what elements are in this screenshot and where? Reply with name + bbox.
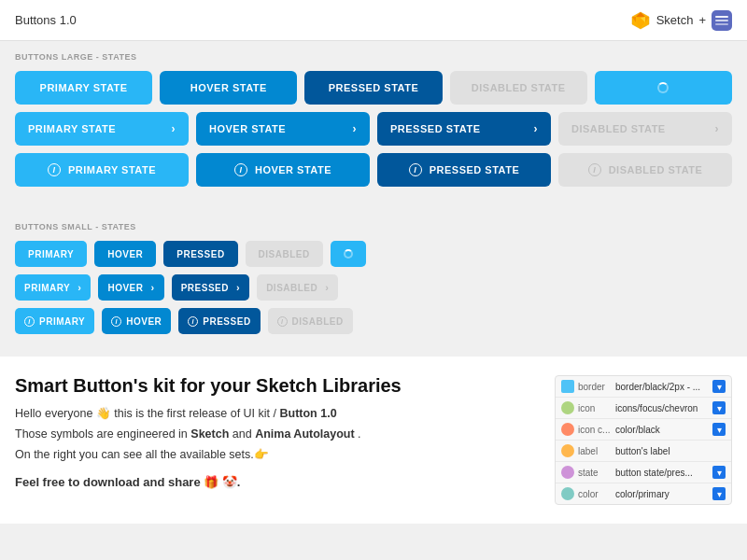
small-pressed-label: PRESSED (176, 249, 224, 259)
info-bold2: Sketch (190, 427, 229, 441)
prop-row-icon-color: icon c... color/black ▾ (556, 419, 731, 441)
prop-row-label: label button's label (556, 441, 731, 462)
color-prop-key: color (578, 489, 612, 499)
large-disabled-btn: DISABLED STATE (450, 71, 587, 105)
prop-row-border: border border/black/2px - ... ▾ (556, 376, 731, 398)
icon-prop-key: icon (578, 403, 612, 413)
small-pressed-arrow-label: PRESSED (181, 283, 229, 293)
icon-prop-chevron[interactable]: ▾ (712, 401, 726, 414)
small-disabled-arrow-chevron-icon: › (325, 282, 329, 293)
small-hover-info-icon: i (111, 316, 121, 327)
large-primary-icon-btn[interactable]: i PRIMARY STATE (15, 153, 189, 187)
large-row-2: PRIMARY STATE › HOVER STATE › PRESSED ST… (15, 112, 732, 146)
large-primary-arrow-btn[interactable]: PRIMARY STATE › (15, 112, 189, 146)
small-hover-label: HOVER (107, 249, 143, 259)
large-disabled-icon-btn: i DISABLED STATE (558, 153, 732, 187)
large-primary-label: PRIMARY STATE (40, 82, 128, 93)
prop-row-icon: icon icons/focus/chevron ▾ (556, 398, 731, 419)
small-pressed-icon-label: PRESSED (203, 316, 250, 327)
large-primary-arrow-label: PRIMARY STATE (28, 123, 116, 134)
small-primary-arrow-label: PRIMARY (24, 283, 70, 293)
large-disabled-label: DISABLED STATE (472, 82, 566, 93)
large-row-1: PRIMARY STATE HOVER STATE PRESSED STATE … (15, 71, 732, 105)
info-line3: On the right you can see all the availab… (15, 445, 536, 464)
sketch-icon (630, 10, 651, 31)
small-disabled-icon-btn: i DISABLED (268, 308, 353, 334)
large-loading-btn[interactable] (595, 71, 732, 105)
svg-rect-10 (715, 20, 728, 21)
app-title: Buttons 1.0 (15, 13, 77, 27)
state-prop-value: button state/pres... (615, 468, 709, 478)
large-buttons-section: BUTTONS LARGE - STATES PRIMARY STATE HOV… (0, 41, 747, 209)
label-prop-value: button's label (615, 446, 726, 456)
large-pressed-info-icon: i (409, 163, 422, 176)
state-prop-chevron[interactable]: ▾ (712, 466, 726, 479)
small-disabled-arrow-label: DISABLED (266, 283, 317, 293)
color-prop-icon (561, 487, 574, 500)
state-prop-icon (561, 466, 574, 479)
small-pressed-icon-btn[interactable]: i PRESSED (178, 308, 260, 334)
border-prop-icon (561, 380, 574, 393)
large-pressed-arrow-btn[interactable]: PRESSED STATE › (377, 112, 551, 146)
info-feel-free: Feel free to download and share 🎁 🤡. (15, 473, 536, 493)
large-pressed-arrow-label: PRESSED STATE (390, 123, 481, 134)
label-prop-key: label (578, 446, 612, 456)
large-spinner-icon (657, 82, 669, 93)
small-row-3: i PRIMARY i HOVER i PRESSED i DISABLED (15, 308, 732, 334)
small-disabled-info-icon: i (277, 316, 288, 327)
large-primary-info-icon: i (48, 163, 61, 176)
small-hover-arrow-label: HOVER (107, 283, 143, 293)
small-primary-icon-btn[interactable]: i PRIMARY (15, 308, 94, 334)
large-pressed-chevron-icon: › (534, 122, 539, 135)
small-primary-btn[interactable]: PRIMARY (15, 241, 87, 267)
info-bold1: Button 1.0 (279, 407, 336, 420)
border-prop-key: border (578, 382, 612, 392)
small-row-2: PRIMARY › HOVER › PRESSED › DISABLED › (15, 274, 732, 301)
icon-color-prop-value: color/black (615, 425, 709, 435)
info-text-block: Smart Button's kit for your Sketch Libra… (15, 375, 536, 505)
svg-rect-11 (715, 23, 728, 25)
small-hover-icon-btn[interactable]: i HOVER (102, 308, 171, 334)
sketch-label: Sketch (656, 13, 694, 27)
large-primary-icon-label: PRIMARY STATE (68, 164, 156, 175)
info-line1: Hello everyone 👋 this is the first relea… (15, 404, 536, 423)
small-pressed-arrow-btn[interactable]: PRESSED › (172, 274, 249, 301)
header: Buttons 1.0 Sketch + (0, 0, 747, 41)
large-hover-label: HOVER STATE (190, 82, 267, 93)
icon-prop-icon (561, 401, 574, 414)
small-primary-arrow-btn[interactable]: PRIMARY › (15, 274, 91, 301)
info-section: Smart Button's kit for your Sketch Libra… (0, 357, 747, 524)
large-pressed-btn[interactable]: PRESSED STATE (304, 71, 442, 105)
large-pressed-icon-label: PRESSED STATE (430, 164, 520, 175)
small-primary-info-icon: i (24, 316, 35, 327)
large-disabled-icon-label: DISABLED STATE (609, 164, 703, 175)
small-pressed-arrow-chevron-icon: › (236, 282, 240, 293)
large-hover-icon-btn[interactable]: i HOVER STATE (196, 153, 370, 187)
large-row-3: i PRIMARY STATE i HOVER STATE i PRESSED … (15, 153, 732, 187)
border-prop-chevron[interactable]: ▾ (712, 380, 726, 393)
icon-prop-value: icons/focus/chevron (615, 403, 709, 413)
large-primary-btn[interactable]: PRIMARY STATE (15, 71, 152, 105)
border-prop-value: border/black/2px - ... (615, 382, 709, 392)
info-line2: Those symbols are engineered in Sketch a… (15, 425, 536, 443)
large-pressed-icon-btn[interactable]: i PRESSED STATE (377, 153, 551, 187)
small-hover-arrow-btn[interactable]: HOVER › (98, 274, 163, 301)
large-disabled-info-icon: i (588, 163, 601, 176)
small-pressed-btn[interactable]: PRESSED (163, 241, 237, 267)
large-hover-btn[interactable]: HOVER STATE (160, 71, 297, 105)
header-right: Sketch + (630, 10, 732, 31)
icon-color-prop-chevron[interactable]: ▾ (712, 423, 726, 436)
plus-label: + (698, 13, 706, 27)
large-hover-icon-label: HOVER STATE (255, 164, 331, 175)
large-primary-chevron-icon: › (172, 122, 176, 135)
layers-icon (712, 10, 732, 31)
color-prop-chevron[interactable]: ▾ (712, 487, 726, 500)
icon-color-prop-key: icon c... (578, 425, 612, 435)
small-primary-icon-label: PRIMARY (39, 316, 85, 327)
small-hover-btn[interactable]: HOVER (94, 241, 156, 267)
small-section-label: BUTTONS SMALL - STATES (15, 222, 732, 231)
large-hover-info-icon: i (234, 163, 247, 176)
large-disabled-arrow-label: DISABLED STATE (571, 123, 666, 134)
small-loading-btn[interactable] (331, 241, 366, 267)
large-hover-arrow-btn[interactable]: HOVER STATE › (196, 112, 370, 146)
